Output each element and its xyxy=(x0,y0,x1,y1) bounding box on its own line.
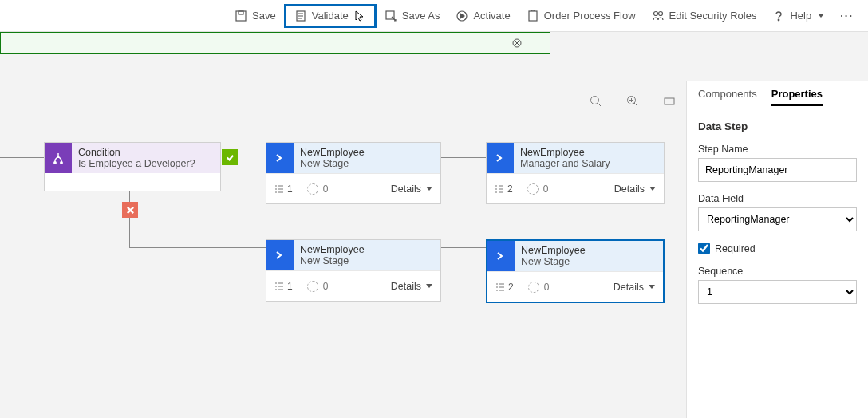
sequence-select[interactable]: 1 xyxy=(698,280,857,304)
details-toggle[interactable]: Details xyxy=(614,183,656,195)
details-toggle[interactable]: Details xyxy=(391,281,432,292)
connector-line xyxy=(129,247,266,248)
order-process-flow-label: Order Process Flow xyxy=(544,10,636,22)
edit-security-roles-button[interactable]: Edit Security Roles xyxy=(644,4,765,28)
order-process-flow-button[interactable]: Order Process Flow xyxy=(519,4,644,28)
svg-rect-12 xyxy=(665,98,674,104)
chevron-down-icon xyxy=(818,14,824,18)
connector-line xyxy=(441,247,486,248)
tab-components[interactable]: Components xyxy=(698,88,757,106)
save-button[interactable]: Save xyxy=(227,4,284,28)
panel-tabs: Components Properties xyxy=(698,88,857,106)
edit-security-roles-label: Edit Security Roles xyxy=(669,10,757,22)
stage-node-1[interactable]: NewEmployee New Stage 1 0 Details xyxy=(266,142,441,204)
condition-no-badge xyxy=(122,202,138,218)
svg-point-7 xyxy=(658,11,662,15)
stage-node-4[interactable]: NewEmployee New Stage 2 0 Details xyxy=(486,239,665,303)
process-count: 0 xyxy=(528,282,550,293)
cursor-icon xyxy=(353,10,366,22)
activate-button[interactable]: Activate xyxy=(448,4,518,28)
process-count: 0 xyxy=(307,281,329,292)
zoom-out-button[interactable] xyxy=(589,94,603,108)
save-label: Save xyxy=(252,10,276,22)
process-count: 0 xyxy=(527,183,549,195)
notification-close-button[interactable] xyxy=(510,36,524,50)
steps-count: 2 xyxy=(495,282,514,293)
stage-node-3[interactable]: NewEmployee New Stage 1 0 Details xyxy=(266,239,441,302)
svg-point-8 xyxy=(779,19,779,20)
stage-subtitle: New Stage xyxy=(521,256,657,267)
process-count: 0 xyxy=(307,183,329,195)
stage-title: NewEmployee xyxy=(300,244,434,255)
condition-node[interactable]: Condition Is Employee a Developer? xyxy=(44,142,221,191)
help-button[interactable]: Help xyxy=(764,4,832,28)
svg-point-13 xyxy=(54,162,56,164)
details-toggle[interactable]: Details xyxy=(391,183,432,195)
notification-bar xyxy=(0,32,550,54)
stage-icon xyxy=(487,143,514,173)
svg-rect-5 xyxy=(529,11,537,21)
condition-subtitle: Is Employee a Developer? xyxy=(78,158,214,169)
stage-icon xyxy=(266,240,294,270)
stage-icon xyxy=(487,241,515,271)
validate-label: Validate xyxy=(312,10,349,22)
stage-title: NewEmployee xyxy=(300,147,434,158)
details-toggle[interactable]: Details xyxy=(614,282,655,293)
svg-rect-1 xyxy=(239,11,243,14)
stage-icon xyxy=(266,143,294,173)
step-name-input[interactable] xyxy=(698,158,857,182)
condition-title: Condition xyxy=(78,147,214,158)
tab-properties[interactable]: Properties xyxy=(771,88,823,106)
svg-point-6 xyxy=(653,11,657,15)
overflow-menu-button[interactable]: ··· xyxy=(832,10,862,22)
data-field-label: Data Field xyxy=(698,193,857,204)
svg-point-14 xyxy=(61,162,62,164)
stage-title: NewEmployee xyxy=(520,147,657,158)
svg-rect-0 xyxy=(236,11,246,21)
connector-line xyxy=(0,157,44,158)
connector-line xyxy=(129,191,130,247)
save-as-label: Save As xyxy=(402,10,440,22)
steps-count: 1 xyxy=(274,281,293,292)
stage-title: NewEmployee xyxy=(521,245,657,256)
condition-icon xyxy=(45,143,72,173)
required-label: Required xyxy=(715,243,756,254)
save-as-button[interactable]: Save As xyxy=(377,4,448,28)
help-label: Help xyxy=(790,10,811,22)
steps-count: 2 xyxy=(495,183,513,195)
app-toolbar: Save Validate Save As Activate Order Pro… xyxy=(0,0,868,32)
validate-button[interactable]: Validate xyxy=(284,4,377,28)
fit-to-screen-button[interactable] xyxy=(662,94,677,108)
step-name-label: Step Name xyxy=(698,144,857,155)
sequence-label: Sequence xyxy=(698,266,857,277)
canvas-zoom-tools xyxy=(589,94,677,108)
data-field-select[interactable]: ReportingManager xyxy=(698,207,857,231)
process-canvas[interactable]: Condition Is Employee a Developer? NewEm… xyxy=(0,54,686,418)
condition-yes-badge xyxy=(222,149,238,165)
zoom-in-button[interactable] xyxy=(625,94,640,108)
stage-node-2[interactable]: NewEmployee Manager and Salary 2 0 Detai… xyxy=(486,142,665,204)
stage-subtitle: New Stage xyxy=(300,158,434,169)
activate-label: Activate xyxy=(473,10,510,22)
panel-heading: Data Step xyxy=(698,120,857,132)
required-checkbox[interactable] xyxy=(698,243,710,254)
stage-subtitle: New Stage xyxy=(300,255,434,266)
properties-panel: Components Properties Data Step Step Nam… xyxy=(686,81,868,418)
steps-count: 1 xyxy=(274,183,293,195)
connector-line xyxy=(441,157,486,158)
stage-subtitle: Manager and Salary xyxy=(520,158,657,169)
